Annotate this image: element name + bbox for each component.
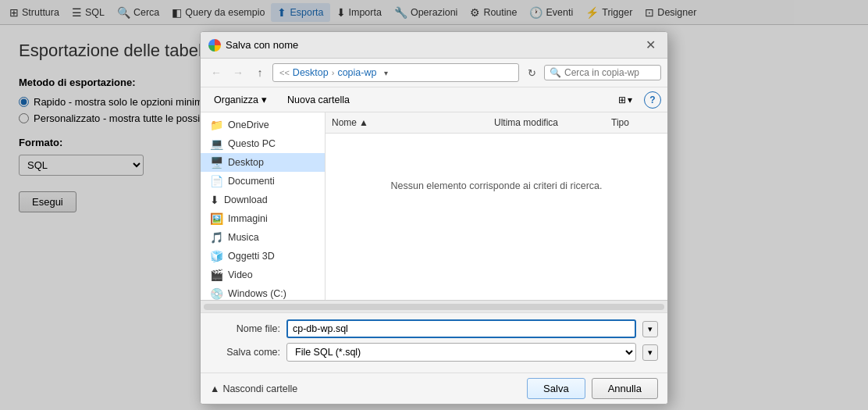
up-button[interactable]: ↑ bbox=[251, 63, 269, 82]
nav-icon: ⬇ bbox=[210, 194, 219, 206]
breadcrumb-bar: << Desktop › copia-wp ▾ bbox=[272, 63, 519, 82]
nav-icon: 🎵 bbox=[210, 231, 223, 244]
breadcrumb-arrow: › bbox=[332, 68, 335, 77]
nav-label: Desktop bbox=[228, 157, 264, 168]
nav-icon: 💻 bbox=[210, 137, 223, 150]
nav-item-video[interactable]: 🎬Video bbox=[201, 266, 325, 284]
dialog-action-buttons: Salva Annulla bbox=[527, 378, 658, 399]
organizza-label: Organizza bbox=[214, 94, 258, 105]
empty-message: Nessun elemento corrisponde ai criteri d… bbox=[326, 165, 667, 207]
filename-dropdown[interactable]: ▾ bbox=[642, 321, 658, 337]
nav-label: Video bbox=[228, 269, 253, 280]
help-button[interactable]: ? bbox=[644, 91, 661, 109]
nuova-cartella-button[interactable]: Nuova cartella bbox=[280, 91, 357, 109]
hide-folders-arrow: ▲ bbox=[210, 383, 219, 394]
saveas-select[interactable]: File SQL (*.sql) bbox=[286, 343, 636, 362]
nav-label: Questo PC bbox=[228, 138, 276, 149]
address-bar: ← → ↑ << Desktop › copia-wp ▾ ↻ 🔍 bbox=[201, 59, 667, 87]
nuova-cartella-label: Nuova cartella bbox=[287, 94, 350, 105]
column-headers: Nome ▲ Ultima modifica Tipo bbox=[326, 112, 667, 134]
nav-icon: 💿 bbox=[210, 287, 223, 300]
save-dialog: Salva con nome ✕ ← → ↑ << Desktop › copi… bbox=[200, 31, 668, 405]
nav-label: OneDrive bbox=[228, 119, 269, 130]
view-button[interactable]: ⊞ ▾ bbox=[613, 91, 638, 109]
back-button[interactable]: ← bbox=[207, 63, 226, 82]
cancel-button[interactable]: Annulla bbox=[592, 378, 658, 399]
dialog-title-left: Salva con nome bbox=[208, 39, 298, 52]
organizza-button[interactable]: Organizza ▾ bbox=[207, 91, 274, 109]
chrome-icon bbox=[208, 39, 221, 52]
nav-label: Oggetti 3D bbox=[228, 251, 275, 262]
dialog-file-toolbar: Organizza ▾ Nuova cartella ⊞ ▾ ? bbox=[201, 87, 667, 112]
dialog-footer: ▲ Nascondi cartelle Salva Annulla bbox=[201, 373, 667, 404]
breadcrumb-desktop[interactable]: Desktop bbox=[293, 67, 329, 78]
dialog-title: Salva con nome bbox=[226, 39, 298, 51]
search-box: 🔍 bbox=[544, 65, 661, 80]
nav-item-documenti[interactable]: 📄Documenti bbox=[201, 172, 325, 191]
hide-folders-button[interactable]: ▲ Nascondi cartelle bbox=[210, 383, 297, 394]
dialog-overlay: Salva con nome ✕ ← → ↑ << Desktop › copi… bbox=[0, 0, 868, 410]
nav-label: Documenti bbox=[228, 176, 275, 187]
organizza-arrow: ▾ bbox=[261, 94, 267, 105]
filename-input[interactable] bbox=[286, 319, 636, 338]
dialog-titlebar: Salva con nome ✕ bbox=[201, 32, 667, 59]
nav-item-onedrive[interactable]: 📁OneDrive bbox=[201, 116, 325, 134]
scrollbar-track bbox=[204, 304, 664, 310]
breadcrumb-copia-wp[interactable]: copia-wp bbox=[337, 67, 376, 78]
right-panel: Nome ▲ Ultima modifica Tipo Nessun eleme… bbox=[326, 112, 667, 300]
nav-item-download[interactable]: ⬇Download bbox=[201, 191, 325, 209]
search-input[interactable] bbox=[564, 67, 650, 78]
nav-item-oggetti-3d[interactable]: 🧊Oggetti 3D bbox=[201, 247, 325, 266]
col-name: Nome ▲ bbox=[326, 116, 488, 130]
nav-item-desktop[interactable]: 🖥️Desktop bbox=[201, 153, 325, 172]
saveas-dropdown[interactable]: ▾ bbox=[642, 344, 658, 361]
nav-icon: 🖼️ bbox=[210, 212, 223, 225]
nav-label: Download bbox=[224, 194, 268, 205]
forward-button[interactable]: → bbox=[229, 63, 247, 82]
nav-label: Immagini bbox=[228, 213, 268, 224]
col-modified: Ultima modifica bbox=[488, 116, 605, 130]
browser-body: 📁OneDrive💻Questo PC🖥️Desktop📄Documenti⬇D… bbox=[201, 112, 667, 300]
filename-label: Nome file: bbox=[210, 323, 280, 334]
hide-folders-label: Nascondi cartelle bbox=[222, 383, 297, 394]
nav-label: Musica bbox=[228, 232, 259, 243]
search-icon: 🔍 bbox=[550, 67, 561, 78]
breadcrumb-dropdown[interactable]: ▾ bbox=[379, 66, 392, 79]
nav-icon: 🎬 bbox=[210, 269, 223, 281]
nav-item-immagini[interactable]: 🖼️Immagini bbox=[201, 209, 325, 228]
refresh-button[interactable]: ↻ bbox=[522, 63, 541, 82]
left-panel: 📁OneDrive💻Questo PC🖥️Desktop📄Documenti⬇D… bbox=[201, 112, 326, 300]
nav-label: Windows (C:) bbox=[228, 288, 286, 299]
dialog-close-button[interactable]: ✕ bbox=[641, 36, 660, 55]
nav-item-questo-pc[interactable]: 💻Questo PC bbox=[201, 134, 325, 153]
nav-icon: 📄 bbox=[210, 175, 223, 187]
nav-icon: 🖥️ bbox=[210, 156, 223, 169]
view-icon: ⊞ bbox=[618, 94, 626, 105]
nav-icon: 🧊 bbox=[210, 250, 223, 262]
nav-item-musica[interactable]: 🎵Musica bbox=[201, 228, 325, 247]
filename-row: Nome file: ▾ bbox=[210, 319, 658, 338]
nav-icon: 📁 bbox=[210, 119, 223, 131]
col-type: Tipo bbox=[605, 116, 667, 130]
saveas-row: Salva come: File SQL (*.sql) ▾ bbox=[210, 343, 658, 362]
view-arrow: ▾ bbox=[628, 94, 632, 105]
save-button[interactable]: Salva bbox=[527, 378, 585, 399]
breadcrumb-separator: << bbox=[279, 68, 290, 77]
dialog-form: Nome file: ▾ Salva come: File SQL (*.sql… bbox=[201, 312, 667, 373]
nav-item-windows-(c:)[interactable]: 💿Windows (C:) bbox=[201, 284, 325, 300]
horizontal-scrollbar[interactable] bbox=[201, 300, 667, 312]
saveas-label: Salva come: bbox=[210, 347, 280, 358]
